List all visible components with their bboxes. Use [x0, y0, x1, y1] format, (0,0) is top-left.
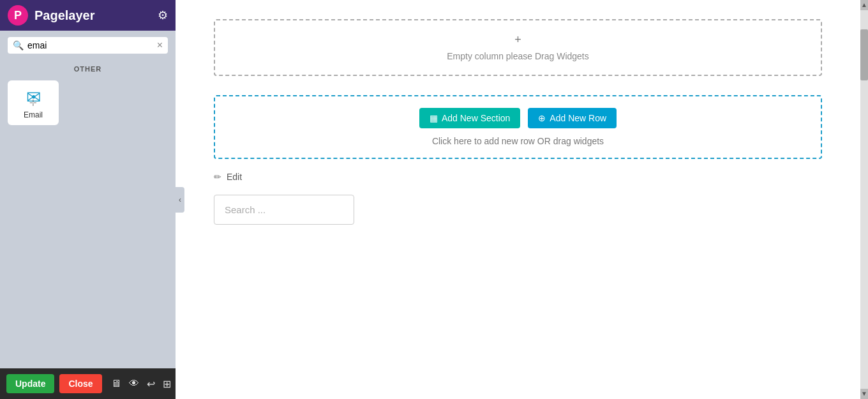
- email-widget-label: Email: [24, 110, 43, 119]
- pagelayer-logo: P: [8, 5, 28, 26]
- new-section-area[interactable]: ▦ Add New Section ⊕ Add New Row Click he…: [214, 95, 822, 159]
- desktop-view-icon[interactable]: 🖥: [111, 378, 121, 390]
- edit-row: ✏ Edit: [214, 172, 822, 182]
- search-widget-placeholder: Search ...: [225, 204, 266, 215]
- add-new-section-button[interactable]: ▦ Add New Section: [419, 108, 520, 128]
- add-new-row-button[interactable]: ⊕ Add New Row: [528, 108, 617, 128]
- search-widget-box[interactable]: Search ...: [214, 195, 354, 225]
- close-button[interactable]: Close: [59, 374, 101, 393]
- bottom-bar: Update Close 🖥 👁 ↩ ⊞: [0, 368, 176, 399]
- scroll-track: [860, 10, 868, 389]
- search-input[interactable]: [27, 40, 153, 50]
- edit-label[interactable]: Edit: [227, 172, 242, 182]
- gear-icon[interactable]: ⚙: [158, 8, 168, 22]
- search-box: 🔍 ×: [8, 37, 168, 54]
- structure-icon[interactable]: ⊞: [163, 378, 171, 390]
- search-widget-area: Search ...: [214, 195, 822, 225]
- collapse-handle[interactable]: ‹: [176, 187, 184, 213]
- row-icon: ⊕: [538, 113, 546, 123]
- move-icon: ✛: [29, 98, 37, 108]
- canvas-content: + Empty column please Drag Widgets ▦ Add…: [176, 0, 860, 399]
- preview-icon[interactable]: 👁: [129, 378, 139, 390]
- clear-search-icon[interactable]: ×: [157, 40, 163, 50]
- plus-icon: +: [228, 33, 808, 47]
- update-button[interactable]: Update: [6, 374, 54, 393]
- sidebar-header: P Pagelayer ⚙: [0, 0, 176, 31]
- right-scrollbar: ▲ ▼: [860, 0, 868, 399]
- sidebar: P Pagelayer ⚙ 🔍 × OTHER ✉ ✛ Email Updat: [0, 0, 176, 399]
- widget-item-email[interactable]: ✉ ✛ Email: [8, 80, 59, 125]
- scroll-thumb[interactable]: [860, 29, 868, 80]
- bottom-icons: 🖥 👁 ↩ ⊞: [111, 378, 171, 390]
- search-icon: 🔍: [13, 40, 24, 50]
- section-icon: ▦: [430, 113, 438, 123]
- scroll-up-arrow[interactable]: ▲: [860, 0, 868, 10]
- new-section-buttons: ▦ Add New Section ⊕ Add New Row: [228, 108, 808, 128]
- widget-grid: ✉ ✛ Email: [0, 75, 176, 130]
- pencil-icon: ✏: [214, 172, 221, 182]
- scroll-down-arrow[interactable]: ▼: [860, 389, 868, 399]
- section-label-other: OTHER: [0, 60, 176, 75]
- main-canvas: + Empty column please Drag Widgets ▦ Add…: [176, 0, 860, 399]
- empty-column-text: Empty column please Drag Widgets: [447, 51, 589, 61]
- history-icon[interactable]: ↩: [147, 378, 155, 390]
- empty-column-box[interactable]: + Empty column please Drag Widgets: [214, 19, 822, 76]
- empty-column-section: + Empty column please Drag Widgets: [214, 19, 822, 76]
- app-title: Pagelayer: [34, 8, 151, 23]
- widget-search-area: 🔍 ×: [0, 31, 176, 60]
- new-section-hint: Click here to add new row OR drag widget…: [228, 136, 808, 146]
